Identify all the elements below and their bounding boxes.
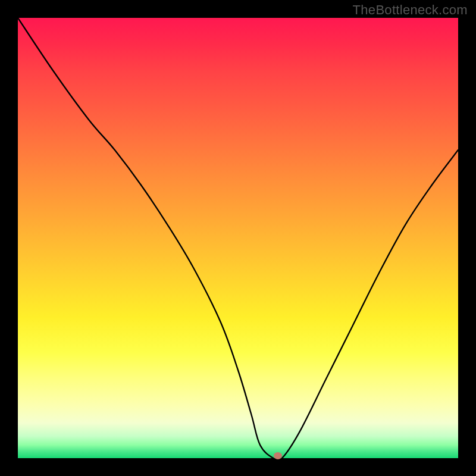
curve-marker: [274, 452, 282, 459]
watermark-text: TheBottleneck.com: [353, 2, 468, 18]
chart-curve: [18, 18, 458, 458]
plot-area: [18, 18, 458, 458]
